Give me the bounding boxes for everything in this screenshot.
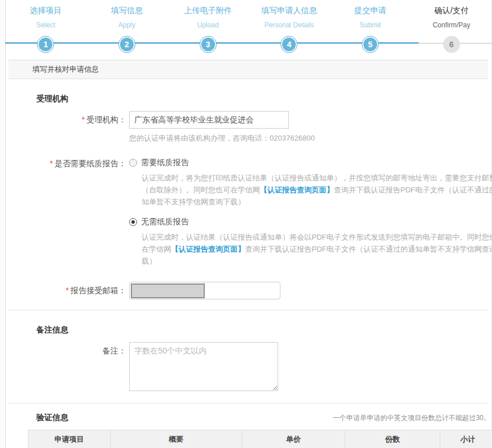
step-circle: 4: [280, 36, 297, 53]
col-header-quantity: 份数: [345, 430, 440, 448]
step-label-en: Upload: [197, 21, 219, 29]
step-label-en: Submit: [359, 21, 381, 29]
col-header-summary: 概要: [110, 430, 242, 448]
col-header-unit-price: 单价: [242, 430, 345, 448]
step-label-zh: 提交申请: [354, 6, 386, 16]
radio-option-no-paper[interactable]: 无需纸质报告: [129, 217, 492, 227]
separator: [9, 403, 488, 404]
step-wizard: 选择项目 Select 1 填写信息 Apply 2 上传电子附件 Upload…: [5, 0, 492, 59]
redacted-email-value: [131, 283, 205, 298]
wizard-step-personal-details: 填写申请人信息 Personal Details 4: [249, 6, 330, 53]
agency-field-label: *受理机构：: [5, 111, 126, 125]
radio-need-paper-label: 需要纸质报告: [141, 158, 189, 168]
application-form-page: 选择项目 Select 1 填写信息 Apply 2 上传电子附件 Upload…: [0, 0, 492, 448]
wizard-step-confirm-pay: 确认/支付 Confirm/Pay 6: [411, 6, 492, 53]
report-query-page-link[interactable]: 【认证报告查询页面】: [171, 245, 245, 253]
fee-table-header-row: 申请项目 概要 单价 份数 小计: [28, 430, 492, 448]
step-label-zh: 选择项目: [30, 6, 61, 16]
radio-need-paper-icon[interactable]: [129, 159, 137, 167]
agency-section-title: 受理机构: [36, 94, 492, 104]
required-asterisk: *: [50, 159, 53, 168]
radio-no-paper-label: 无需纸质报告: [141, 217, 189, 227]
remarks-textarea[interactable]: [129, 342, 278, 391]
col-header-subtotal: 小计: [440, 430, 492, 448]
required-asterisk: *: [82, 115, 85, 124]
step-label-en: Personal Details: [264, 21, 314, 29]
step-label-zh: 上传电子附件: [184, 6, 232, 16]
step-label-zh: 确认/支付: [435, 6, 469, 16]
no-paper-description: 认证完成时，认证结果（认证报告或通知单）将会以PDF电子文件形式发送到您填写的电…: [142, 231, 492, 267]
step-label-zh: 填写申请人信息: [261, 6, 317, 16]
step-label-zh: 填写信息: [111, 6, 143, 16]
wizard-step-submit: 提交申请 Submit 5: [330, 6, 411, 53]
remarks-section-title: 备注信息: [36, 325, 492, 335]
step-circle: 1: [37, 36, 54, 53]
radio-no-paper-icon[interactable]: [129, 218, 137, 226]
wizard-step-select: 选择项目 Select 1: [5, 6, 86, 53]
step-circle: 2: [118, 36, 135, 53]
required-asterisk: *: [66, 286, 69, 295]
paper-report-field-label: *是否需要纸质报告：: [5, 155, 126, 169]
col-header-item: 申请项目: [28, 430, 111, 448]
step-circle: 3: [200, 36, 217, 53]
step-circle: 5: [362, 36, 379, 53]
separator: [9, 310, 488, 310]
verification-section-title: 验证信息: [36, 413, 68, 423]
step-circle: 6: [443, 36, 460, 53]
agency-hint-text: 您的认证申请将由该机构办理，咨询电话：02037626800: [129, 133, 492, 143]
remarks-field-label: 备注：: [5, 342, 126, 356]
report-query-page-link[interactable]: 【认证报告查询页面】: [260, 186, 334, 194]
section-bar-title: 填写并核对申请信息: [9, 60, 488, 79]
verification-quota-note: 一个申请单申请的中英文项目份数总计不能超过30。: [333, 413, 490, 423]
step-label-en: Apply: [118, 21, 135, 29]
email-field-label: *报告接受邮箱：: [5, 282, 126, 296]
wizard-step-upload: 上传电子附件 Upload 3: [167, 6, 249, 53]
step-label-en: Confirm/Pay: [433, 21, 470, 29]
agency-input[interactable]: [129, 111, 289, 129]
radio-option-need-paper[interactable]: 需要纸质报告: [129, 158, 492, 168]
fee-table: 申请项目 概要 单价 份数 小计 高等学历认证 李本科 0.00 元 0.00 …: [28, 430, 492, 448]
wizard-step-apply: 填写信息 Apply 2: [86, 6, 168, 53]
step-label-en: Select: [36, 21, 55, 29]
need-paper-description: 认证完成时，将为您打印纸质认证结果（认证报告或通知单），并按您填写的邮寄地址寄出…: [142, 172, 492, 208]
